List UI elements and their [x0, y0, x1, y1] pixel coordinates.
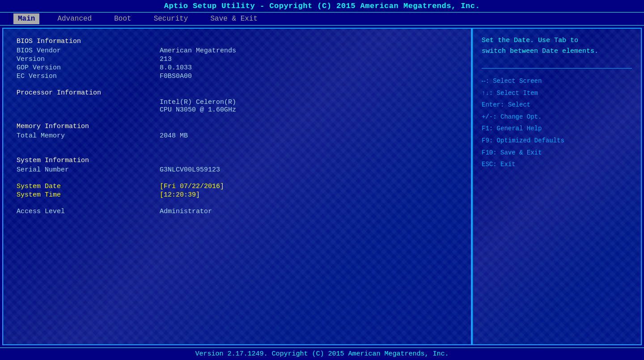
system-date-label: System Date — [17, 183, 160, 190]
processor-section-header: Processor Information — [17, 89, 458, 97]
gop-version-row: GOP Version 8.0.1033 — [17, 64, 458, 72]
ec-version-value: F0BS0A00 — [160, 73, 192, 80]
help-key-f1: F1: General Help — [482, 123, 632, 135]
bios-version-label: Version — [17, 56, 160, 63]
ec-version-label: EC Version — [17, 73, 160, 80]
processor-cpu-line1: Intel(R) Celeron(R) CPU N3050 @ 1.60GHz — [160, 99, 236, 114]
footer: Version 2.17.1249. Copyright (C) 2015 Am… — [0, 347, 644, 360]
bios-version-value: 213 — [160, 56, 172, 63]
bios-section-header: BIOS Information — [17, 38, 458, 45]
help-description: Set the Date. Use Tab to switch between … — [482, 35, 632, 57]
main-content: BIOS Information BIOS Vendor American Me… — [0, 26, 644, 347]
title-bar: Aptio Setup Utility - Copyright (C) 2015… — [0, 0, 644, 12]
bios-version-row: Version 213 — [17, 56, 458, 63]
help-panel: Set the Date. Use Tab to switch between … — [472, 28, 642, 345]
menu-item-security[interactable]: Security — [149, 13, 193, 24]
help-key-esc: ESC: Exit — [482, 159, 632, 171]
total-memory-value: 2048 MB — [160, 132, 188, 140]
bios-vendor-label: BIOS Vendor — [17, 47, 160, 55]
system-date-row[interactable]: System Date [Fri 07/22/2016] — [17, 183, 458, 190]
menu-item-main[interactable]: Main — [13, 13, 39, 24]
system-date-value: [Fri 07/22/2016] — [160, 183, 224, 190]
system-time-value: [12:20:39] — [160, 191, 200, 199]
memory-section-header: Memory Information — [17, 123, 458, 130]
menu-item-boot[interactable]: Boot — [110, 13, 136, 24]
help-key-select-screen: ↔: Select Screen — [482, 75, 632, 87]
serial-number-row: Serial Number G3NLCV00L959123 — [17, 166, 458, 174]
processor-label-empty — [17, 99, 160, 114]
serial-number-value: G3NLCV00L959123 — [160, 166, 220, 174]
help-key-enter: Enter: Select — [482, 99, 632, 111]
help-key-f9: F9: Optimized Defaults — [482, 135, 632, 147]
access-level-row: Access Level Administrator — [17, 208, 458, 215]
system-time-row[interactable]: System Time [12:20:39] — [17, 191, 458, 199]
access-level-value: Administrator — [160, 208, 212, 215]
processor-cpu-row: Intel(R) Celeron(R) CPU N3050 @ 1.60GHz — [17, 99, 458, 114]
access-level-label: Access Level — [17, 208, 160, 215]
total-memory-row: Total Memory 2048 MB — [17, 132, 458, 140]
bios-vendor-row: BIOS Vendor American Megatrends — [17, 47, 458, 55]
system-section-header: System Information — [17, 157, 458, 164]
info-panel: BIOS Information BIOS Vendor American Me… — [2, 28, 472, 345]
help-key-select-item: ↑↓: Select Item — [482, 87, 632, 99]
help-key-change: +/-: Change Opt. — [482, 111, 632, 123]
gop-version-value: 8.0.1033 — [160, 64, 192, 72]
total-memory-label: Total Memory — [17, 132, 160, 140]
menu-item-advanced[interactable]: Advanced — [53, 13, 96, 24]
system-time-label: System Time — [17, 191, 160, 199]
gop-version-label: GOP Version — [17, 64, 160, 72]
serial-number-label: Serial Number — [17, 166, 160, 174]
menu-item-save-exit[interactable]: Save & Exit — [206, 13, 262, 24]
help-keys: ↔: Select Screen ↑↓: Select Item Enter: … — [482, 75, 632, 171]
menu-bar: Main Advanced Boot Security Save & Exit — [0, 12, 644, 26]
bios-vendor-value: American Megatrends — [160, 47, 236, 55]
help-divider — [482, 68, 632, 69]
help-key-f10: F10: Save & Exit — [482, 147, 632, 159]
ec-version-row: EC Version F0BS0A00 — [17, 73, 458, 80]
